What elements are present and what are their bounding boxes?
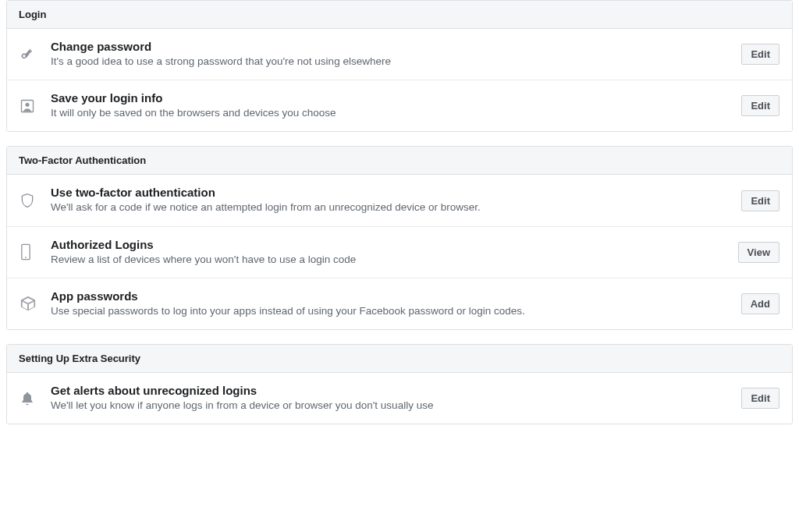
- row-desc: We'll ask for a code if we notice an att…: [51, 200, 732, 215]
- svg-point-3: [25, 257, 27, 258]
- row-get-alerts[interactable]: Get alerts about unrecognized logins We'…: [7, 373, 792, 424]
- row-desc: It's a good idea to use a strong passwor…: [51, 55, 732, 69]
- row-use-two-factor[interactable]: Use two-factor authentication We'll ask …: [7, 175, 792, 226]
- section-header-two-factor: Two-Factor Authentication: [7, 147, 792, 175]
- row-text: App passwords Use special passwords to l…: [51, 289, 732, 318]
- key-icon: [20, 47, 51, 62]
- section-header-extra-security: Setting Up Extra Security: [7, 345, 792, 373]
- box-icon: [20, 295, 51, 312]
- row-desc: Review a list of devices where you won't…: [51, 253, 729, 267]
- row-title: Use two-factor authentication: [51, 186, 732, 199]
- section-extra-security: Setting Up Extra Security Get alerts abo…: [6, 344, 793, 424]
- row-app-passwords[interactable]: App passwords Use special passwords to l…: [7, 278, 792, 329]
- row-title: Get alerts about unrecognized logins: [51, 384, 732, 397]
- bell-icon: [20, 390, 51, 407]
- row-text: Authorized Logins Review a list of devic…: [51, 238, 729, 267]
- svg-point-1: [26, 103, 30, 107]
- add-button[interactable]: Add: [741, 293, 779, 314]
- edit-button[interactable]: Edit: [741, 44, 779, 65]
- row-text: Get alerts about unrecognized logins We'…: [51, 384, 732, 413]
- section-header-login: Login: [7, 1, 792, 29]
- profile-icon: [20, 98, 51, 114]
- row-title: App passwords: [51, 289, 732, 303]
- row-desc: It will only be saved on the browsers an…: [51, 106, 732, 120]
- row-text: Change password It's a good idea to use …: [51, 40, 732, 69]
- shield-icon: [20, 192, 51, 209]
- row-desc: Use special passwords to log into your a…: [51, 304, 732, 318]
- row-authorized-logins[interactable]: Authorized Logins Review a list of devic…: [7, 227, 792, 278]
- view-button[interactable]: View: [738, 242, 779, 263]
- section-login: Login Change password It's a good idea t…: [6, 0, 793, 132]
- row-text: Save your login info It will only be sav…: [51, 91, 732, 120]
- row-text: Use two-factor authentication We'll ask …: [51, 186, 732, 215]
- edit-button[interactable]: Edit: [741, 190, 779, 211]
- row-change-password[interactable]: Change password It's a good idea to use …: [7, 29, 792, 80]
- row-title: Change password: [51, 40, 732, 53]
- row-title: Save your login info: [51, 91, 732, 105]
- edit-button[interactable]: Edit: [741, 388, 779, 409]
- row-desc: We'll let you know if anyone logs in fro…: [51, 399, 732, 413]
- section-two-factor: Two-Factor Authentication Use two-factor…: [6, 146, 793, 330]
- row-title: Authorized Logins: [51, 238, 729, 251]
- phone-icon: [20, 243, 51, 261]
- edit-button[interactable]: Edit: [741, 95, 779, 116]
- row-save-login-info[interactable]: Save your login info It will only be sav…: [7, 80, 792, 131]
